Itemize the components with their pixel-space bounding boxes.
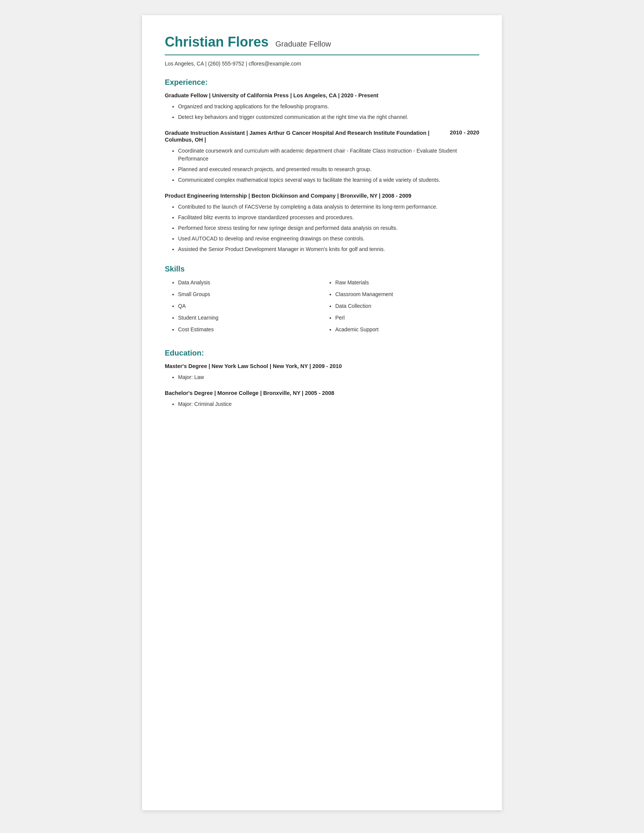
job-header-1: Graduate Fellow | University of Californ…: [165, 92, 479, 99]
job-date-2: 2010 - 2020: [450, 130, 479, 135]
job-header-2: Graduate Instruction Assistant | James A…: [165, 130, 479, 143]
bullet-item: Communicated complex mathematical topics…: [178, 176, 479, 184]
skill-item: Academic Support: [335, 326, 479, 334]
name-line: Christian Flores Graduate Fellow: [165, 34, 479, 50]
candidate-title: Graduate Fellow: [275, 40, 331, 48]
job-title-1: Graduate Fellow | University of Californ…: [165, 92, 378, 98]
education-section: Education: Master's Degree | New York La…: [165, 349, 479, 408]
bullet-item: Performed force stress testing for new s…: [178, 224, 479, 232]
edu-header-2: Bachelor's Degree | Monroe College | Bro…: [165, 390, 479, 396]
skill-item: Student Learning: [178, 314, 322, 322]
degree-block-2: Bachelor's Degree | Monroe College | Bro…: [165, 390, 479, 408]
degree-title-2: Bachelor's Degree | Monroe College | Bro…: [165, 390, 334, 396]
bullet-item: Planned and executed research projects, …: [178, 166, 479, 174]
skill-item: Small Groups: [178, 290, 322, 298]
skills-grid: Data Analysis Small Groups QA Student Le…: [165, 279, 479, 338]
bullet-item: Major: Criminal Justice: [178, 400, 479, 408]
skills-right: Raw Materials Classroom Management Data …: [322, 279, 479, 338]
job-block-3: Product Engineering Internship | Becton …: [165, 192, 479, 253]
bullet-item: Detect key behaviors and trigger customi…: [178, 113, 479, 121]
skill-item: Data Collection: [335, 302, 479, 310]
skill-item: Classroom Management: [335, 290, 479, 298]
candidate-name: Christian Flores: [165, 34, 269, 50]
experience-title: Experience:: [165, 78, 479, 87]
job-block-1: Graduate Fellow | University of Californ…: [165, 92, 479, 121]
skills-section: Skills Data Analysis Small Groups QA Stu…: [165, 265, 479, 338]
experience-section: Experience: Graduate Fellow | University…: [165, 78, 479, 253]
degree-block-1: Master's Degree | New York Law School | …: [165, 363, 479, 381]
job-title-2: Graduate Instruction Assistant | James A…: [165, 130, 430, 143]
degree-bullets-2: Major: Criminal Justice: [165, 400, 479, 408]
bullet-item: Assisted the Senior Product Development …: [178, 245, 479, 253]
skill-item: Cost Estimates: [178, 326, 322, 334]
bullet-item: Used AUTOCAD to develop and revise engin…: [178, 235, 479, 243]
job-header-3: Product Engineering Internship | Becton …: [165, 192, 479, 199]
bullet-item: Major: Law: [178, 373, 479, 381]
degree-bullets-1: Major: Law: [165, 373, 479, 381]
degree-title-1: Master's Degree | New York Law School | …: [165, 363, 342, 369]
header-section: Christian Flores Graduate Fellow Los Ang…: [165, 34, 479, 67]
edu-header-1: Master's Degree | New York Law School | …: [165, 363, 479, 370]
skill-item: Raw Materials: [335, 279, 479, 286]
job-bullets-3: Contributed to the launch of FACSVerse b…: [165, 203, 479, 253]
job-bullets-2: Coordinate coursework and curriculum wit…: [165, 147, 479, 184]
bullet-item: Facilitated blitz events to improve stan…: [178, 214, 479, 222]
skills-left: Data Analysis Small Groups QA Student Le…: [165, 279, 322, 338]
bullet-item: Coordinate coursework and curriculum wit…: [178, 147, 479, 163]
bullet-item: Organized and tracking applications for …: [178, 103, 479, 111]
job-title-3: Product Engineering Internship | Becton …: [165, 193, 411, 199]
header-divider: [165, 55, 479, 55]
contact-info: Los Angeles, CA | (260) 555-9752 | cflor…: [165, 61, 479, 67]
bullet-item: Contributed to the launch of FACSVerse b…: [178, 203, 479, 211]
skills-title: Skills: [165, 265, 479, 273]
skill-item: Perl: [335, 314, 479, 322]
job-block-2: Graduate Instruction Assistant | James A…: [165, 130, 479, 184]
skill-item: Data Analysis: [178, 279, 322, 286]
resume-container: Christian Flores Graduate Fellow Los Ang…: [142, 15, 502, 810]
job-bullets-1: Organized and tracking applications for …: [165, 103, 479, 121]
education-title: Education:: [165, 349, 479, 357]
skill-item: QA: [178, 302, 322, 310]
